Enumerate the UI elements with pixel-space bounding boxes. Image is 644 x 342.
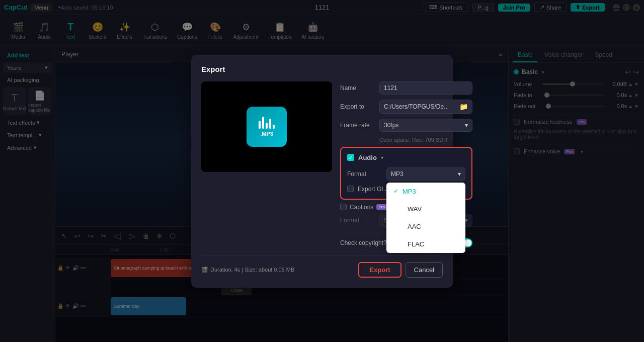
mp3-label: .MP3 [260,131,273,137]
audio-collapse-icon: ▾ [381,155,383,160]
captions-checkbox[interactable] [340,204,347,210]
format-option-wav[interactable]: WAV [386,200,465,218]
folder-icon[interactable]: 📁 [459,103,468,111]
name-field-row: Name [340,81,472,95]
cancel-button[interactable]: Cancel [406,262,443,278]
modal-body: .MP3 Name Export to 📁 [201,81,443,247]
export-to-label: Export to [340,103,375,110]
name-input[interactable] [379,81,472,95]
frame-rate-chevron-icon: ▾ [465,122,468,129]
mp3-option-label: MP3 [403,188,416,195]
mp3-bars [259,117,275,129]
toggle-thumb [464,239,471,246]
frame-rate-value: 30fps [384,122,398,129]
footer-actions: Export Cancel [358,262,443,278]
duration-info: Duration: 4s | Size: about 0.05 MB [210,267,294,273]
format-option-flac[interactable]: FLAC [386,235,465,253]
export-to-value[interactable] [384,103,459,110]
format-label: Format [347,170,382,178]
modal-overlay: Export .MP3 Name [0,0,644,342]
audio-checkbox[interactable]: ✓ [347,154,354,161]
format-selected-value: MP3 [391,170,404,178]
frame-rate-select[interactable]: 30fps ▾ [379,119,472,132]
modal-title: Export [201,65,443,73]
name-label: Name [340,84,375,92]
export-button[interactable]: Export [358,262,401,278]
export-gif-checkbox[interactable] [347,186,354,192]
frame-rate-label: Frame rate [340,122,375,129]
format-option-mp3[interactable]: ✓ MP3 [386,183,465,200]
format-row: Format MP3 ▾ ✓ MP3 [347,167,465,181]
modal-footer: 🎬 Duration: 4s | Size: about 0.05 MB Exp… [201,255,443,278]
modal-fields: Name Export to 📁 Frame rate 30fps [340,81,472,247]
audio-header: ✓ Audio ▾ [347,154,465,161]
flac-option-label: FLAC [408,240,424,248]
color-space-text: Color space: Rec. 709 SDR [379,137,472,143]
export-gif-label: Export GI... [358,186,388,193]
captions-format-label: Format [340,217,375,224]
aac-option-label: AAC [408,223,421,230]
duration-icon: 🎬 [201,267,208,273]
format-option-aac[interactable]: AAC [386,218,465,235]
mp3-check-icon: ✓ [393,188,398,195]
export-to-field-row: Export to 📁 [340,100,472,114]
export-preview: .MP3 [201,81,332,172]
mp3-preview-icon: .MP3 [247,107,287,147]
format-dropdown-menu: ✓ MP3 WAV AAC [386,183,465,253]
audio-section: ✓ Audio ▾ Format MP3 ▾ [340,147,472,200]
format-dropdown-button[interactable]: MP3 ▾ [386,167,465,181]
export-modal: Export .MP3 Name [191,55,453,288]
frame-rate-field-row: Frame rate 30fps ▾ [340,119,472,132]
audio-title: Audio [358,154,377,161]
footer-info: 🎬 Duration: 4s | Size: about 0.05 MB [201,267,294,273]
wav-option-label: WAV [408,205,422,213]
format-chevron-icon: ▾ [458,170,461,178]
captions-pro-badge: Pro [376,204,386,210]
captions-label: Captions [350,204,373,211]
export-to-input[interactable]: 📁 [379,100,472,114]
